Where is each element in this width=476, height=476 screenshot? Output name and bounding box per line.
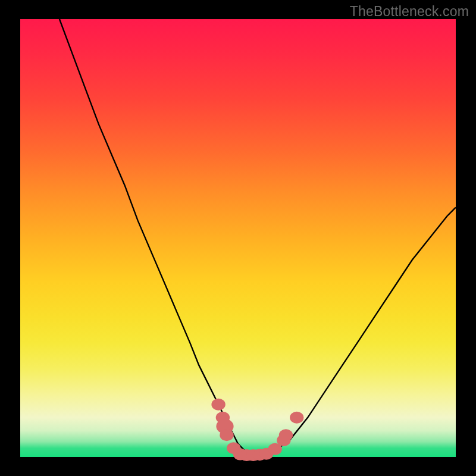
chart-markers [211,399,303,461]
chart-svg [20,19,456,457]
chart-marker [211,399,225,411]
chart-frame: TheBottleneck.com [0,0,476,476]
bottleneck-curve-path [60,19,456,457]
chart-marker [290,412,303,424]
chart-marker [220,429,233,441]
watermark-text: TheBottleneck.com [350,4,469,20]
chart-plot-area [20,19,456,457]
chart-marker [279,429,293,441]
